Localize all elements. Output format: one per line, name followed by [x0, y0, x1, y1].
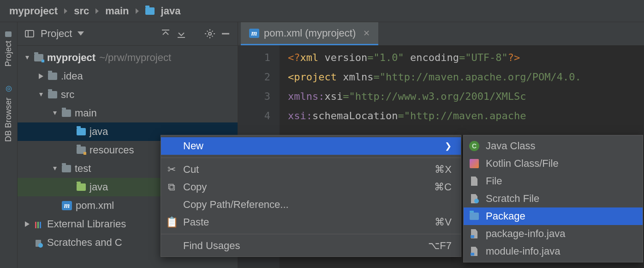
- project-panel-title[interactable]: Project: [41, 28, 72, 40]
- menu-separator: [161, 234, 461, 234]
- tree-label: src: [61, 89, 74, 101]
- tree-label: External Libraries: [47, 218, 126, 230]
- submenu-kotlin[interactable]: Kotlin Class/File: [464, 155, 643, 172]
- scratches-icon: [34, 238, 43, 247]
- hide-icon[interactable]: [220, 28, 231, 39]
- menu-find-usages[interactable]: Find Usages ⌥F7: [161, 237, 461, 255]
- tree-label: .idea: [61, 70, 83, 82]
- java-file-icon: [469, 229, 479, 238]
- svg-marker-12: [25, 221, 30, 227]
- library-icon: [34, 220, 43, 228]
- collapse-all-icon[interactable]: [176, 28, 187, 39]
- svg-rect-20: [471, 253, 474, 256]
- tree-root-path: ~/prw/myproject: [99, 52, 171, 64]
- menu-copy[interactable]: ⧉ Copy ⌘C: [161, 178, 461, 196]
- chevron-right-icon: ❯: [445, 141, 452, 151]
- folder-icon: [34, 54, 43, 61]
- maven-icon: m: [249, 29, 259, 38]
- source-folder-icon: [77, 128, 86, 135]
- tree-src[interactable]: src: [18, 85, 238, 104]
- submenu-module-info[interactable]: module-info.java: [464, 243, 643, 260]
- tool-window-project[interactable]: Project: [4, 31, 13, 67]
- submenu-scratch-file[interactable]: Scratch File: [464, 190, 643, 207]
- package-icon: [470, 213, 479, 220]
- expand-all-icon[interactable]: [160, 28, 171, 39]
- svg-rect-14: [37, 222, 39, 228]
- svg-point-5: [209, 32, 211, 35]
- java-file-icon: [469, 247, 479, 256]
- dropdown-icon[interactable]: [78, 31, 84, 36]
- svg-rect-13: [35, 222, 36, 228]
- breadcrumb-main[interactable]: main: [105, 5, 129, 17]
- tree-label: java: [89, 126, 108, 138]
- project-view-icon: [24, 28, 35, 39]
- menu-new[interactable]: New ❯: [161, 137, 461, 155]
- submenu-file[interactable]: File: [464, 172, 643, 190]
- folder-icon: [48, 91, 57, 98]
- editor-tab-pom[interactable]: m pom.xml (myproject) ✕: [241, 22, 378, 45]
- svg-rect-0: [25, 30, 34, 37]
- close-icon[interactable]: ✕: [363, 28, 370, 38]
- shortcut: ⌘V: [416, 216, 452, 228]
- submenu-package-info[interactable]: package-info.java: [464, 225, 643, 243]
- chevron-right-icon: [136, 8, 139, 14]
- copy-icon: ⧉: [167, 181, 177, 193]
- svg-marker-11: [53, 167, 57, 171]
- breadcrumb-root[interactable]: myproject: [9, 5, 58, 17]
- tree-root-name: myproject: [47, 52, 95, 64]
- tree-root[interactable]: myproject ~/prw/myproject: [18, 49, 238, 67]
- submenu-package[interactable]: Package: [464, 207, 643, 225]
- tool-window-db-browser[interactable]: DB Browser ◎: [4, 85, 13, 142]
- menu-separator: [161, 158, 461, 158]
- shortcut: ⌘C: [416, 181, 452, 193]
- breadcrumb-java[interactable]: java: [161, 5, 181, 17]
- tree-label: pom.xml: [76, 200, 114, 212]
- svg-point-17: [38, 243, 43, 248]
- cut-icon: ✂: [167, 164, 177, 176]
- test-folder-icon: [77, 183, 86, 191]
- folder-icon: [62, 110, 71, 117]
- resources-folder-icon: [77, 146, 86, 154]
- menu-copy-path[interactable]: Copy Path/Reference...: [161, 196, 461, 213]
- left-tool-strip: Project DB Browser ◎: [0, 22, 18, 268]
- context-menu: New ❯ ✂ Cut ⌘X ⧉ Copy ⌘C Copy Path/Refer…: [161, 135, 461, 257]
- svg-marker-7: [25, 56, 29, 60]
- shortcut: ⌘X: [416, 164, 452, 176]
- svg-marker-9: [39, 93, 43, 97]
- svg-marker-10: [53, 111, 57, 115]
- paste-icon: 📋: [167, 216, 177, 228]
- context-submenu-new: C Java Class Kotlin Class/File File Scra…: [463, 135, 643, 262]
- breadcrumb: myproject src main java: [0, 0, 644, 22]
- line-number: 3: [238, 87, 270, 106]
- tree-label: resources: [89, 144, 134, 156]
- menu-paste[interactable]: 📋 Paste ⌘V: [161, 213, 461, 231]
- breadcrumb-src[interactable]: src: [74, 5, 89, 17]
- project-panel-header: Project: [18, 22, 238, 46]
- tree-label: Scratches and C: [47, 237, 122, 249]
- tree-label: main: [75, 107, 97, 119]
- svg-rect-15: [40, 222, 41, 228]
- tree-main[interactable]: main: [18, 104, 238, 122]
- kotlin-icon: [470, 159, 479, 168]
- submenu-java-class[interactable]: C Java Class: [464, 137, 643, 155]
- file-icon: [469, 177, 479, 186]
- chevron-right-icon: [95, 8, 99, 14]
- line-number: 4: [238, 106, 270, 126]
- java-class-icon: C: [469, 141, 479, 151]
- menu-cut[interactable]: ✂ Cut ⌘X: [161, 161, 461, 178]
- folder-icon: [62, 165, 71, 172]
- tree-idea[interactable]: .idea: [18, 67, 238, 85]
- line-number: 1: [238, 48, 270, 67]
- scratch-file-icon: [469, 194, 479, 203]
- chevron-right-icon: [64, 8, 67, 14]
- svg-marker-8: [39, 73, 43, 79]
- editor-tabbar: m pom.xml (myproject) ✕: [238, 22, 644, 45]
- folder-icon: [48, 73, 57, 80]
- tree-label: test: [75, 163, 91, 175]
- line-number: 2: [238, 67, 270, 87]
- gear-icon[interactable]: [204, 28, 215, 39]
- shortcut: ⌥F7: [410, 240, 452, 252]
- folder-icon: [145, 7, 155, 15]
- tab-label: pom.xml (myproject): [264, 27, 356, 39]
- svg-rect-19: [471, 235, 474, 238]
